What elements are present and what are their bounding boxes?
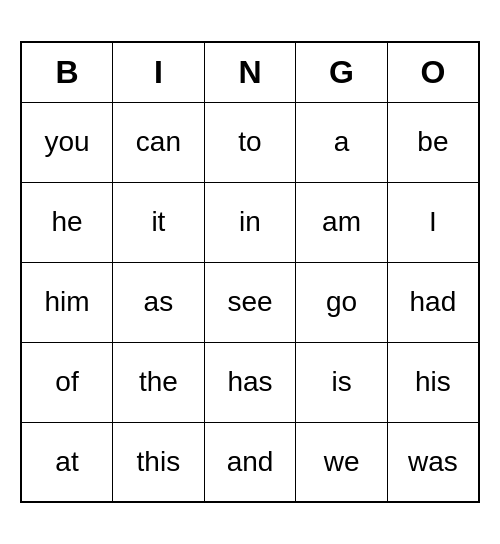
bingo-cell: can — [113, 102, 205, 182]
bingo-cell: go — [296, 262, 388, 342]
bingo-cell: in — [204, 182, 296, 262]
table-row: himasseegohad — [21, 262, 479, 342]
bingo-cell: a — [296, 102, 388, 182]
bingo-card: BINGO youcantoabeheitinamIhimasseegohado… — [20, 41, 480, 503]
bingo-cell: him — [21, 262, 113, 342]
bingo-cell: at — [21, 422, 113, 502]
bingo-cell: he — [21, 182, 113, 262]
bingo-cell: we — [296, 422, 388, 502]
bingo-cell: you — [21, 102, 113, 182]
header-row: BINGO — [21, 42, 479, 102]
header-col-i: I — [113, 42, 205, 102]
bingo-cell: of — [21, 342, 113, 422]
bingo-cell: am — [296, 182, 388, 262]
bingo-cell: see — [204, 262, 296, 342]
header-col-o: O — [387, 42, 479, 102]
bingo-cell: this — [113, 422, 205, 502]
bingo-cell: and — [204, 422, 296, 502]
bingo-cell: it — [113, 182, 205, 262]
bingo-cell: to — [204, 102, 296, 182]
bingo-cell: I — [387, 182, 479, 262]
bingo-cell: had — [387, 262, 479, 342]
header-col-n: N — [204, 42, 296, 102]
bingo-cell: his — [387, 342, 479, 422]
bingo-cell: has — [204, 342, 296, 422]
bingo-cell: be — [387, 102, 479, 182]
table-row: youcantoabe — [21, 102, 479, 182]
bingo-cell: is — [296, 342, 388, 422]
table-row: heitinamI — [21, 182, 479, 262]
header-col-g: G — [296, 42, 388, 102]
bingo-cell: as — [113, 262, 205, 342]
header-col-b: B — [21, 42, 113, 102]
table-row: ofthehasishis — [21, 342, 479, 422]
table-row: atthisandwewas — [21, 422, 479, 502]
bingo-cell: the — [113, 342, 205, 422]
bingo-cell: was — [387, 422, 479, 502]
